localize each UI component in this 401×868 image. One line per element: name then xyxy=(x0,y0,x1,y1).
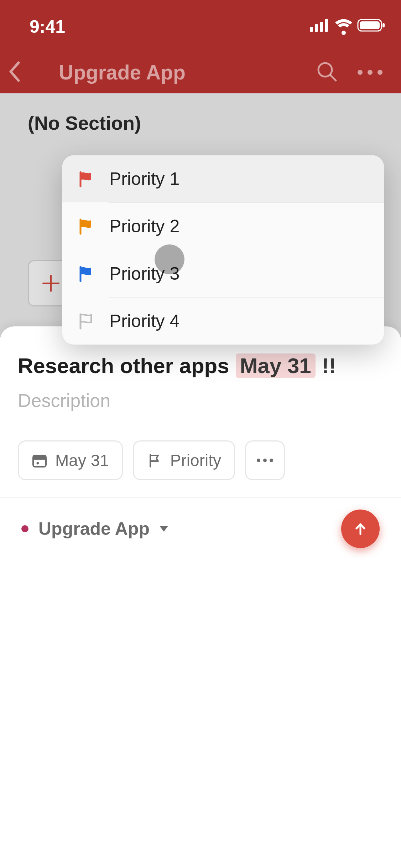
date-chip[interactable]: May 31 xyxy=(18,440,123,480)
priority-option-3[interactable]: Priority 3 xyxy=(62,250,384,297)
calendar-icon xyxy=(32,453,47,468)
svg-rect-5 xyxy=(360,21,380,29)
svg-line-8 xyxy=(330,75,336,81)
status-time: 9:41 xyxy=(30,16,65,37)
wifi-icon xyxy=(335,19,353,32)
divider xyxy=(0,497,401,498)
search-button[interactable] xyxy=(316,61,338,84)
priority-option-2[interactable]: Priority 2 xyxy=(62,203,384,250)
task-priority-token: !! xyxy=(322,353,336,378)
svg-point-14 xyxy=(257,459,260,462)
svg-rect-3 xyxy=(325,19,328,32)
more-button[interactable] xyxy=(358,70,382,75)
priority-option-label: Priority 2 xyxy=(109,216,179,237)
priority-option-1[interactable]: Priority 1 xyxy=(62,155,384,202)
more-options-chip[interactable] xyxy=(245,440,285,480)
svg-rect-6 xyxy=(382,23,385,27)
priority-option-label: Priority 4 xyxy=(109,311,179,331)
priority-option-label: Priority 1 xyxy=(109,169,179,189)
dots-icon xyxy=(256,458,274,463)
project-color-dot xyxy=(21,525,28,532)
flag-icon xyxy=(147,453,162,468)
task-title-text: Research other apps xyxy=(18,353,229,378)
project-name: Upgrade App xyxy=(38,518,150,539)
task-date-token[interactable]: May 31 xyxy=(236,353,316,378)
svg-point-13 xyxy=(37,462,39,465)
page-title: Upgrade App xyxy=(59,61,186,84)
priority-option-4[interactable]: Priority 4 xyxy=(62,298,384,345)
app-header: 9:41 Upgrade App xyxy=(0,0,401,93)
compose-sheet: Research other apps May 31 !! Descriptio… xyxy=(0,326,401,868)
task-title-input[interactable]: Research other apps May 31 !! xyxy=(18,353,336,378)
status-indicators xyxy=(310,19,385,32)
chevron-down-icon xyxy=(160,526,168,532)
svg-point-16 xyxy=(270,459,273,462)
svg-rect-2 xyxy=(320,22,323,32)
flag-icon xyxy=(62,169,109,188)
svg-rect-1 xyxy=(315,24,318,32)
flag-icon xyxy=(62,264,109,283)
priority-chip-label: Priority xyxy=(170,451,221,470)
priority-chip[interactable]: Priority xyxy=(133,440,235,480)
svg-point-15 xyxy=(263,459,267,462)
priority-menu: Priority 1 Priority 2 Priority 3 Priorit… xyxy=(62,155,384,345)
flag-icon xyxy=(62,311,109,331)
touch-indicator xyxy=(155,244,184,274)
description-input[interactable]: Description xyxy=(18,390,110,411)
svg-rect-0 xyxy=(310,27,313,32)
submit-button[interactable] xyxy=(341,510,380,548)
battery-icon xyxy=(358,19,385,32)
back-button[interactable] xyxy=(8,61,21,83)
project-picker[interactable]: Upgrade App xyxy=(21,518,168,539)
section-title: (No Section) xyxy=(28,112,141,134)
date-chip-label: May 31 xyxy=(55,451,109,470)
flag-icon xyxy=(62,217,109,236)
cellular-icon xyxy=(310,19,330,32)
svg-rect-12 xyxy=(33,455,46,460)
